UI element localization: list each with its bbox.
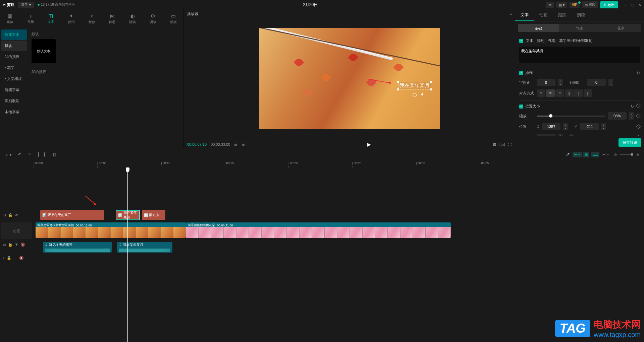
audio-clip[interactable]: ♫我在某年某月 — [117, 242, 172, 253]
delete-button[interactable]: 🗑 — [51, 151, 58, 158]
audio-clip[interactable]: ♫听见冬天的离开 — [43, 242, 112, 253]
line-spacing-input[interactable] — [587, 79, 606, 86]
arrange-checkbox[interactable]: ✓ — [519, 71, 523, 75]
mic-icon[interactable]: 🎤 — [564, 152, 571, 157]
eye-icon[interactable]: 👁 — [15, 243, 18, 247]
top-tab-特效[interactable]: ✧特效 — [82, 9, 102, 28]
reset-icon[interactable]: ↻ — [631, 104, 634, 109]
close-icon[interactable]: ✕ — [638, 3, 641, 7]
save-preset-button[interactable]: 保存预设 — [619, 138, 641, 147]
sidebar-item-识别歌词[interactable]: 识别歌词 — [1, 96, 27, 106]
menu-button[interactable]: 菜单 ▾ — [18, 2, 34, 8]
property-tab-动画[interactable]: 动画 — [534, 9, 553, 21]
sidebar-item-本地字幕[interactable]: 本地字幕 — [1, 107, 27, 117]
playhead-handle[interactable] — [126, 167, 129, 172]
keyframe-icon[interactable] — [636, 114, 641, 118]
lock-icon[interactable]: 🔒 — [8, 243, 13, 247]
snap-tool-2[interactable]: ⊞ — [583, 152, 589, 157]
property-tab-文本[interactable]: 文本 — [515, 9, 534, 21]
timeline-ruler[interactable]: | 00:00| 00:05| 00:10| 00:15| 00:20| 00:… — [0, 160, 644, 168]
lock-icon[interactable]: 🔒 — [7, 256, 11, 260]
mute-icon[interactable]: 🔇 — [20, 243, 25, 247]
preview-menu-icon[interactable]: ≡ — [510, 12, 512, 16]
top-tab-模板[interactable]: ▭模板 — [163, 9, 183, 28]
lock-icon[interactable]: 🔒 — [8, 213, 13, 217]
layout-button-2[interactable]: ▥ ▾ — [556, 2, 567, 8]
keyframe-icon[interactable] — [636, 103, 641, 108]
sidebar-item-智能字幕[interactable]: 智能字幕 — [1, 85, 27, 95]
property-subtab-花字[interactable]: 花字 — [600, 24, 641, 32]
sidebar-item-默认[interactable]: 默认 — [1, 41, 27, 51]
split-tool[interactable]: 】【 — [36, 150, 47, 159]
list-icon-2[interactable]: ☰ — [241, 142, 245, 147]
scale-slider[interactable] — [537, 116, 605, 117]
resize-handle[interactable] — [397, 81, 399, 83]
keyframe-icon[interactable] — [636, 124, 641, 129]
resize-handle[interactable] — [430, 88, 432, 90]
split-icon[interactable]: ⊢|⊣ — [601, 152, 611, 157]
scale-input[interactable] — [608, 112, 627, 120]
zoom-out-icon[interactable]: ⊖ — [612, 152, 619, 157]
audio-track[interactable]: ♫听见冬天的离开♫我在某年某月 — [34, 241, 644, 254]
video-clip[interactable]: 实景拍摄粉色樱花朵00:00:21:00 — [186, 222, 451, 238]
align-v3-button[interactable]: ‖ — [584, 89, 592, 97]
char-spacing-spinner[interactable]: ▴▾ — [558, 79, 563, 86]
playhead[interactable] — [127, 168, 128, 342]
play-button[interactable]: ▶ — [367, 142, 371, 147]
video-track[interactable]: 唯美雪景冬天树叶雪景实拍00:00:12:00实景拍摄粉色樱花朵00:00:21… — [34, 222, 644, 238]
text-clip[interactable]: 📊我在某年某月 — [116, 210, 140, 220]
property-subtab-基础[interactable]: 基础 — [518, 24, 559, 32]
pos-x-input[interactable] — [542, 123, 560, 130]
text-clip[interactable]: 📊听见冬天的离开 — [40, 210, 104, 220]
sidebar-item-新建文本[interactable]: 新建文本 — [1, 29, 27, 40]
property-tab-跟踪[interactable]: 跟踪 — [553, 9, 572, 21]
undo-button[interactable]: ↶ — [16, 151, 23, 158]
text-clip[interactable]: 📊醒过来 — [142, 210, 165, 220]
fullscreen-icon[interactable]: ⛶ — [508, 142, 512, 147]
apply-all-checkbox[interactable]: ✓ — [519, 39, 523, 43]
sidebar-item-我的预设[interactable]: 我的预设 — [1, 52, 27, 62]
text-overlay-selected[interactable]: 我在某年某月 — [398, 82, 431, 89]
layout-button-1[interactable]: ▭ — [546, 2, 554, 8]
align-left-button[interactable]: ≡ — [537, 89, 545, 97]
pos-x-spinner[interactable]: ▴▾ — [563, 123, 568, 130]
property-subtab-气泡[interactable]: 气泡 — [559, 24, 600, 32]
top-tab-贴纸[interactable]: ✦贴纸 — [61, 9, 82, 28]
rotate-handle[interactable] — [413, 93, 417, 97]
top-tab-滤镜[interactable]: ◐滤镜 — [122, 9, 143, 28]
align-center-button[interactable]: ≡ — [546, 89, 555, 97]
text-content-input[interactable] — [519, 47, 640, 63]
resize-handle[interactable] — [397, 88, 399, 90]
align-v1-button[interactable]: ‖ — [565, 89, 574, 97]
maximize-icon[interactable]: ◻ — [631, 3, 634, 7]
top-tab-文本[interactable]: TI文本 — [41, 9, 61, 28]
char-spacing-input[interactable] — [537, 79, 555, 86]
snap-tool-3[interactable]: ⊏⊐ — [591, 152, 599, 157]
timeline-content[interactable]: 📊听见冬天的离开📊我在某年某月📊醒过来 唯美雪景冬天树叶雪景实拍00:00:12… — [34, 168, 644, 342]
align-v2-button[interactable]: ‖ — [574, 89, 583, 97]
ratio-icon[interactable]: [▭] — [499, 142, 505, 147]
export-button[interactable]: ⬆ 导出 — [600, 1, 618, 8]
snap-tool-1[interactable]: ⊢⊣ — [573, 152, 582, 157]
video-clip[interactable]: 唯美雪景冬天树叶雪景实拍00:00:12:00 — [36, 222, 186, 238]
sidebar-item-花字[interactable]: ▸花字 — [1, 63, 27, 73]
align-right-button[interactable]: ≡ — [555, 89, 564, 97]
crop-icon[interactable]: ⊡ — [493, 142, 496, 147]
default-text-preset[interactable]: 默认文本 — [32, 39, 56, 63]
pos-y-spinner[interactable]: ▴▾ — [601, 123, 606, 130]
review-button[interactable]: ▭ 审阅 — [582, 1, 598, 8]
vip-button[interactable]: VIP — [569, 2, 580, 8]
reset-icon[interactable]: ↻ — [637, 71, 640, 75]
top-tab-音频[interactable]: ♪音频 — [20, 9, 41, 28]
top-tab-调节[interactable]: ⚙调节 — [143, 9, 163, 28]
property-tab-朗读[interactable]: 朗读 — [572, 9, 590, 21]
minimize-icon[interactable]: — — [624, 3, 627, 7]
sidebar-item-文字模板[interactable]: ▸文字模板 — [1, 74, 27, 84]
top-tab-转场[interactable]: ⋈转场 — [102, 9, 122, 28]
zoom-slider[interactable] — [620, 154, 633, 155]
scale-spinner[interactable]: ▴▾ — [629, 112, 634, 120]
line-spacing-spinner[interactable]: ▴▾ — [608, 79, 613, 86]
pos-y-input[interactable] — [580, 123, 599, 130]
eye-icon[interactable]: 👁 — [15, 213, 18, 217]
preview-canvas[interactable]: 我在某年某月 — [259, 28, 440, 129]
